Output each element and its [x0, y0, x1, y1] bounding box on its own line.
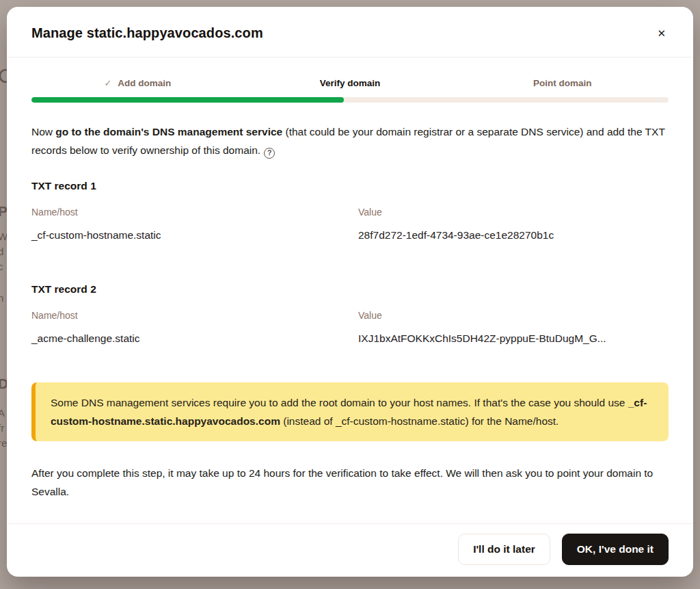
modal-title: Manage static.happyavocados.com: [31, 25, 263, 41]
background-text-fragment: d: [0, 246, 3, 257]
value-label: Value: [358, 207, 669, 218]
value-value: IXJ1bxAtFOKKxChIs5DH42Z-pyppuE-BtuDugM_G…: [358, 332, 669, 345]
record-title: TXT record 1: [31, 180, 669, 192]
wizard-steps: ✓ Add domain Verify domain Point domain: [7, 78, 693, 88]
close-icon[interactable]: ✕: [654, 25, 669, 41]
background-text-fragment: c: [0, 261, 3, 272]
name-host-value: _acme-challenge.static: [31, 332, 358, 345]
help-icon[interactable]: ?: [264, 148, 275, 159]
name-host-label: Name/host: [31, 207, 358, 218]
background-text-fragment: re: [0, 438, 7, 448]
modal-footer: I'll do it later OK, I've done it: [7, 523, 693, 577]
background-text-fragment: fr: [0, 423, 4, 433]
record-table: Name/host Value _acme-challenge.static I…: [31, 310, 669, 345]
verification-note: After you complete this step, it may tak…: [31, 464, 669, 501]
warning-prefix: Some DNS management services require you…: [51, 397, 628, 408]
progress-bar-track: [31, 97, 669, 103]
dns-warning-callout: Some DNS management services require you…: [31, 382, 669, 441]
background-text-fragment: A: [0, 408, 5, 418]
instructions-bold: go to the domain's DNS management servic…: [55, 126, 282, 138]
value-label: Value: [358, 310, 669, 321]
checkmark-icon: ✓: [104, 78, 111, 88]
ok-done-button[interactable]: OK, I've done it: [562, 534, 669, 565]
txt-record-2: TXT record 2 Name/host Value _acme-chall…: [31, 283, 669, 345]
name-host-value: _cf-custom-hostname.static: [31, 229, 358, 241]
value-value: 28f7d272-1edf-4734-93ae-ce1e28270b1c: [358, 229, 669, 241]
txt-record-1: TXT record 1 Name/host Value _cf-custom-…: [31, 180, 669, 241]
step-label: Add domain: [118, 78, 171, 88]
step-label: Point domain: [533, 78, 592, 88]
do-it-later-button[interactable]: I'll do it later: [458, 534, 550, 565]
manage-domain-modal: Manage static.happyavocados.com ✕ ✓ Add …: [7, 7, 693, 577]
modal-header: Manage static.happyavocados.com ✕: [7, 7, 693, 57]
record-table: Name/host Value _cf-custom-hostname.stat…: [31, 207, 669, 241]
instructions-prefix: Now: [31, 126, 55, 138]
instructions-text: Now go to the domain's DNS management se…: [31, 122, 669, 159]
warning-suffix: (instead of _cf-custom-hostname.static) …: [280, 415, 558, 427]
step-add-domain: ✓ Add domain: [31, 78, 244, 88]
background-text-fragment: h: [0, 293, 3, 303]
step-label: Verify domain: [320, 78, 381, 88]
name-host-label: Name/host: [31, 310, 358, 321]
record-title: TXT record 2: [31, 283, 669, 296]
modal-content: Now go to the domain's DNS management se…: [7, 103, 693, 501]
step-point-domain: Point domain: [456, 78, 669, 88]
step-verify-domain: Verify domain: [244, 78, 457, 88]
progress-bar-fill: [31, 97, 344, 103]
